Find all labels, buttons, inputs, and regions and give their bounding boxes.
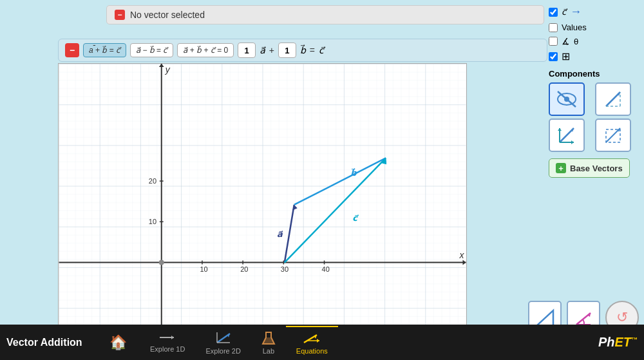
svg-text:40: 40 [322,265,330,273]
right-panel: c⃗ → Values ∡ θ ⊞ Components [549,5,639,178]
scalar-a[interactable]: 1 [238,43,256,58]
bottom-nav: Vector Addition 🏠 Explore 1D Explore 2D [0,325,644,360]
equation-option-3[interactable]: a⃗ + b⃗ + c⃗ = 0 [177,43,234,57]
equation-option-2[interactable]: a⃗ − b⃗ = c⃗ [130,43,173,57]
phet-logo: PhET™ [598,335,638,350]
equation-bar: − a + b⃗ = c⃗ a⃗ − b⃗ = c⃗ a⃗ + b⃗ + c⃗ … [58,39,547,62]
y-axis-label: y [165,64,171,75]
component-style-4[interactable] [595,118,631,152]
plus-sign: + [269,45,274,55]
svg-rect-1 [59,64,466,333]
vec-a-label: a⃗ [260,45,265,55]
remove-equation-button[interactable]: − [65,43,79,57]
explore1d-label: Explore 1D [150,345,185,353]
arrow-right-icon: → [570,5,582,19]
nav-items: Explore 1D Explore 2D Lab [140,326,338,359]
svg-marker-60 [317,339,319,343]
scalar-b[interactable]: 1 [278,43,296,58]
graph-area[interactable]: x y 10 20 30 40 10 20 a⃗ [58,63,467,334]
svg-point-6 [159,260,164,265]
svg-marker-44 [536,310,553,326]
equals-sign: = [310,45,315,55]
svg-marker-50 [171,336,174,339]
notification-bar: − No vector selected [106,5,544,24]
app-title: Vector Addition [6,337,97,348]
checkbox-angle[interactable] [549,37,558,46]
checkbox-values[interactable] [549,23,558,32]
nav-item-explore1d[interactable]: Explore 1D [140,328,195,357]
explore2d-label: Explore 2D [205,347,240,355]
nav-item-explore2d[interactable]: Explore 2D [195,326,251,359]
svg-marker-38 [571,140,574,144]
components-title: Components [549,69,639,79]
checkbox-angle-row: ∡ θ [549,36,639,46]
vec-b-label: b⃗ [300,45,306,55]
minus-icon: − [115,10,125,20]
plus-icon: + [556,163,566,173]
checkbox-c[interactable] [549,8,558,17]
checkbox-grid-row: ⊞ [549,50,639,62]
svg-text:10: 10 [200,265,207,273]
x-axis-label: x [459,250,465,260]
lab-icon [261,330,276,345]
graph-svg: x y 10 20 30 40 10 20 a⃗ [59,64,466,333]
components-section: Components [549,69,639,152]
checkbox-c-label: c⃗ [562,7,566,17]
component-style-1[interactable] [549,82,585,116]
base-vectors-button[interactable]: + Base Vectors [549,158,630,178]
component-style-2[interactable] [595,82,631,116]
svg-text:30: 30 [281,265,289,273]
svg-text:20: 20 [240,265,248,273]
svg-text:a⃗: a⃗ [277,229,283,239]
checkbox-angle-label: θ [574,37,578,46]
svg-text:b⃗: b⃗ [350,168,357,178]
svg-marker-40 [558,128,562,131]
components-grid [549,82,639,152]
nav-item-lab[interactable]: Lab [251,326,286,359]
home-icon: 🏠 [109,334,127,350]
vec-c-label: c⃗ [319,45,324,55]
explore2d-icon [214,330,232,345]
equations-icon [303,331,321,345]
nav-item-equations[interactable]: Equations [286,326,338,359]
equation-option-1[interactable]: a + b⃗ = c⃗ [83,43,126,57]
checkbox-values-row: Values [549,23,639,32]
svg-text:20: 20 [149,177,156,185]
svg-marker-56 [263,337,274,344]
explore1d-icon [158,332,176,343]
checkbox-c-row: c⃗ → [549,5,639,19]
angle-icon: ∡ [562,36,570,46]
svg-text:10: 10 [149,218,156,225]
equations-label: Equations [296,347,328,355]
home-nav-item[interactable]: 🏠 [97,330,140,355]
base-vectors-label: Base Vectors [570,164,623,173]
notification-text: No vector selected [130,10,205,20]
checkbox-values-label: Values [562,23,587,32]
lab-label: Lab [263,347,274,355]
component-style-3[interactable] [549,118,585,152]
grid-icon: ⊞ [562,50,570,62]
checkbox-grid[interactable] [549,52,558,61]
